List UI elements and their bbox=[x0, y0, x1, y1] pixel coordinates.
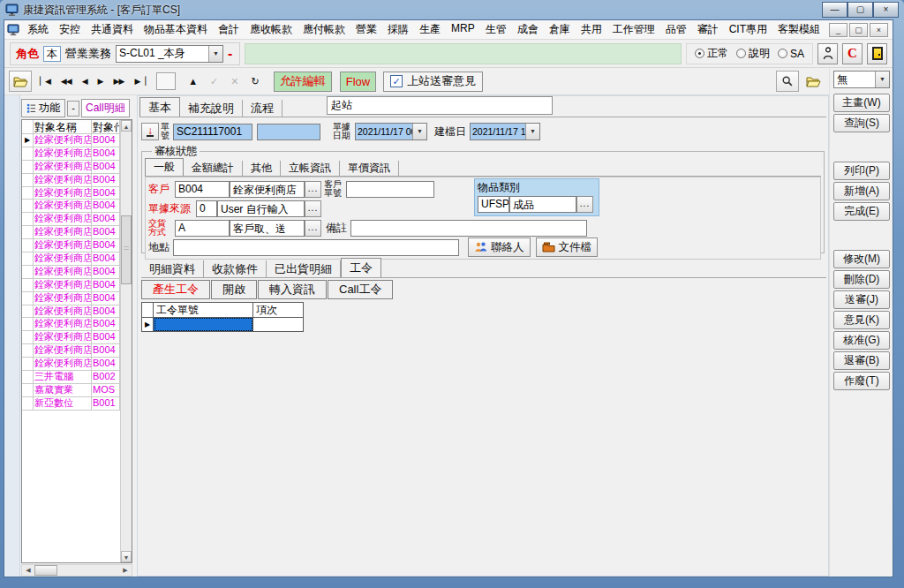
item-class-name-field[interactable]: 成品 bbox=[509, 196, 576, 213]
scroll-left-icon[interactable]: ◀ bbox=[22, 565, 34, 576]
menu-item[interactable]: 共用 bbox=[576, 20, 607, 39]
station-field[interactable]: 起站 bbox=[327, 96, 553, 115]
column-object-code[interactable]: 對象代號▲ bbox=[92, 120, 120, 133]
action-button[interactable]: 作廢(T) bbox=[833, 372, 890, 390]
table-row[interactable]: ▶ 銓家便利商店 B004 bbox=[22, 134, 120, 147]
detail-tab[interactable]: 已出貨明細 bbox=[267, 260, 341, 277]
table-row[interactable]: 新亞數位 B001 bbox=[22, 397, 120, 411]
menu-item[interactable]: 客製模組 bbox=[772, 20, 825, 39]
flow-button[interactable]: Flow bbox=[340, 72, 376, 92]
chevron-down-icon[interactable]: ▼ bbox=[412, 124, 426, 139]
menu-item[interactable]: 系統 bbox=[22, 20, 54, 39]
work-order-button[interactable]: 轉入資訊 bbox=[258, 280, 327, 299]
action-button[interactable]: 查詢(S) bbox=[833, 114, 890, 132]
menu-item[interactable]: 應收帳款 bbox=[245, 20, 298, 39]
user-button[interactable] bbox=[817, 43, 838, 64]
table-row[interactable]: 銓家便利商店 B004 bbox=[22, 226, 120, 239]
menu-item[interactable]: 會計 bbox=[213, 20, 245, 39]
menu-item[interactable]: 倉庫 bbox=[544, 20, 576, 39]
customer-lookup-button[interactable]: ... bbox=[305, 181, 321, 198]
scroll-down-icon[interactable]: ▼ bbox=[121, 551, 132, 562]
document-file-button[interactable]: 文件檔 bbox=[536, 237, 599, 257]
column-object-name[interactable]: 對象名稱 bbox=[34, 120, 92, 133]
item-seq-cell[interactable] bbox=[253, 317, 304, 332]
table-row[interactable]: 銓家便利商店 B004 bbox=[22, 331, 120, 344]
work-order-row[interactable]: ▶ bbox=[141, 317, 304, 332]
mode-select[interactable]: 無 ▼ bbox=[833, 71, 890, 88]
form-tab[interactable]: 基本 bbox=[139, 97, 180, 117]
chevron-down-icon[interactable]: ▼ bbox=[525, 124, 539, 139]
table-row[interactable]: 銓家便利商店 B004 bbox=[22, 292, 120, 305]
menu-item[interactable]: 品管 bbox=[660, 20, 692, 39]
scrollbar-thumb[interactable] bbox=[34, 565, 57, 576]
allow-edit-button[interactable]: 允許編輯 bbox=[274, 72, 332, 92]
location-field[interactable] bbox=[173, 239, 459, 256]
action-button[interactable]: 意見(K) bbox=[833, 311, 890, 329]
item-class-lookup-button[interactable]: ... bbox=[576, 196, 593, 213]
table-row[interactable]: 銓家便利商店 B004 bbox=[22, 305, 120, 319]
action-button[interactable]: 新增(A) bbox=[833, 182, 890, 200]
contact-button[interactable]: 聯絡人 bbox=[468, 237, 531, 257]
general-tab[interactable]: 金額總計 bbox=[184, 161, 243, 176]
menu-item[interactable]: MRP bbox=[446, 20, 480, 39]
chevron-down-icon[interactable]: ▼ bbox=[875, 72, 889, 87]
import-button[interactable]: ↓ bbox=[141, 123, 159, 140]
sidebar-horizontal-scrollbar[interactable]: ◀ ▶ bbox=[21, 564, 132, 577]
note-field[interactable] bbox=[350, 220, 587, 237]
action-button[interactable]: 主畫(W) bbox=[833, 94, 890, 112]
scrollbar-thumb[interactable] bbox=[121, 215, 132, 284]
customer-code-field[interactable]: B004 bbox=[175, 181, 230, 198]
table-row[interactable]: 銓家便利商店 B004 bbox=[22, 279, 120, 292]
column-work-order-no[interactable]: 工令單號 bbox=[154, 302, 253, 317]
nav-fast-prev-button[interactable]: ◀◀ bbox=[56, 77, 77, 86]
customer-name-field[interactable]: 銓家便利商店 bbox=[230, 181, 305, 198]
exit-button[interactable] bbox=[867, 43, 887, 64]
customer-order-field[interactable] bbox=[346, 181, 434, 198]
table-row[interactable]: 銓家便利商店 B004 bbox=[22, 358, 120, 371]
table-row[interactable]: 銓家便利商店 B004 bbox=[22, 200, 120, 213]
chevron-down-icon[interactable]: ▼ bbox=[208, 46, 222, 62]
general-tab[interactable]: 立帳資訊 bbox=[281, 161, 340, 176]
doc-no2-field[interactable] bbox=[257, 124, 320, 140]
send-review-opinion-button[interactable]: ✓ 上站送審意見 bbox=[383, 72, 483, 92]
source-name-field[interactable]: User 自行輸入 bbox=[217, 200, 305, 217]
menu-item[interactable]: 應付帳款 bbox=[298, 20, 350, 39]
tab-function[interactable]: 功能 bbox=[21, 99, 65, 117]
refresh-button[interactable]: ↻ bbox=[245, 76, 266, 87]
menu-item[interactable]: 採購 bbox=[382, 20, 414, 39]
open-folder-button[interactable] bbox=[9, 71, 32, 92]
doc-date-select[interactable]: 2021/11/17 00: ▼ bbox=[355, 123, 427, 140]
mode-radio[interactable]: 說明 bbox=[736, 46, 770, 61]
role-select[interactable]: S-CL01 _本身 ▼ bbox=[116, 45, 223, 63]
sidebar-vertical-scrollbar[interactable]: ▲ ▼ bbox=[120, 120, 132, 562]
nav-prev-button[interactable]: ◀ bbox=[77, 77, 93, 86]
delivery-lookup-button[interactable]: ... bbox=[305, 220, 321, 237]
detail-tab[interactable]: 收款條件 bbox=[204, 260, 267, 277]
general-tab[interactable]: 其他 bbox=[243, 161, 281, 176]
table-row[interactable]: 銓家便利商店 B004 bbox=[22, 253, 120, 266]
table-row[interactable]: 銓家便利商店 B004 bbox=[22, 147, 120, 161]
delivery-code-field[interactable]: A bbox=[175, 220, 230, 237]
form-tab[interactable]: 流程 bbox=[243, 100, 282, 117]
nav-first-button[interactable]: ▏◀ bbox=[34, 77, 56, 86]
detail-tab[interactable]: 工令 bbox=[341, 258, 381, 277]
action-button[interactable]: 完成(E) bbox=[833, 202, 890, 221]
menu-item[interactable]: 審計 bbox=[692, 20, 724, 39]
detail-tab[interactable]: 明細資料 bbox=[141, 260, 204, 277]
nav-next-button[interactable]: ▶ bbox=[93, 77, 109, 86]
general-tab[interactable]: 一般 bbox=[145, 158, 184, 176]
restore-button[interactable]: ▢ bbox=[848, 2, 873, 18]
tab-call-detail[interactable]: Call明細 bbox=[81, 99, 130, 117]
table-row[interactable]: 銓家便利商店 B004 bbox=[22, 239, 120, 253]
menu-item[interactable]: CIT專用 bbox=[724, 20, 772, 39]
source-lookup-button[interactable]: ... bbox=[305, 200, 321, 217]
menu-item[interactable]: 共通資料 bbox=[86, 20, 139, 39]
nav-fast-next-button[interactable]: ▶▶ bbox=[109, 77, 130, 86]
table-row[interactable]: 三井電腦 B002 bbox=[22, 371, 120, 384]
work-order-button[interactable]: 產生工令 bbox=[141, 280, 210, 299]
action-button[interactable]: 刪除(D) bbox=[833, 270, 890, 289]
open-file-button[interactable] bbox=[802, 71, 825, 92]
menu-item[interactable]: 生產 bbox=[414, 20, 446, 39]
work-order-button[interactable]: Call工令 bbox=[328, 280, 393, 299]
table-row[interactable]: 嘉葳實業 MOS bbox=[22, 384, 120, 397]
